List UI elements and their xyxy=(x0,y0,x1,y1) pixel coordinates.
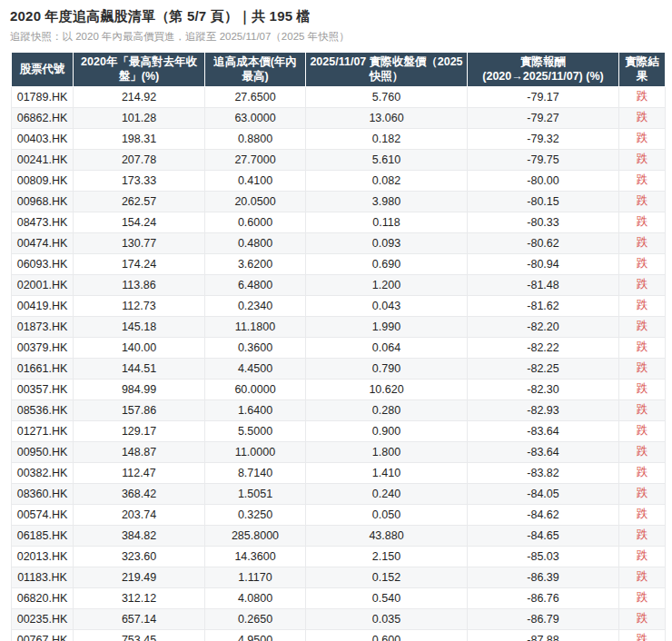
chase-cost-price-cell: 11.1800 xyxy=(205,316,306,337)
peak-vs-prev-close-pct-cell: 753.45 xyxy=(74,629,205,641)
actual-close-price-cell: 0.280 xyxy=(306,399,468,420)
chase-cost-price-cell: 20.0500 xyxy=(205,191,306,212)
table-row: 00403.HK198.310.88000.182-79.32跌 xyxy=(12,128,666,149)
actual-close-price-cell: 1.200 xyxy=(306,274,468,295)
page-subtitle: 追蹤快照：以 2020 年內最高價買進，追蹤至 2025/11/07（2025 … xyxy=(10,30,665,44)
actual-return-pct-cell: -80.15 xyxy=(468,191,619,212)
peak-vs-prev-close-pct-cell: 112.47 xyxy=(74,462,205,483)
actual-close-price-cell: 5.760 xyxy=(306,86,468,107)
stock-code-cell: 01271.HK xyxy=(12,420,74,441)
stock-code-cell: 00403.HK xyxy=(12,128,74,149)
header-cell-peak-vs-prev-close-pct: 2020年「最高對去年收盤」(%) xyxy=(74,53,205,87)
table-row: 01789.HK214.9227.65005.760-79.17跌 xyxy=(12,86,666,107)
header-cell-chase-cost-price: 追高成本價(年內最高) xyxy=(205,53,306,87)
chase-cost-price-cell: 1.1170 xyxy=(205,567,306,587)
chase-cost-price-cell: 4.4500 xyxy=(205,358,306,379)
actual-result-cell: 跌 xyxy=(619,191,666,212)
peak-vs-prev-close-pct-cell: 323.60 xyxy=(74,546,205,567)
actual-close-price-cell: 0.082 xyxy=(306,170,468,191)
actual-return-pct-cell: -80.94 xyxy=(468,253,619,274)
chase-cost-price-cell: 8.7140 xyxy=(205,462,306,483)
peak-vs-prev-close-pct-cell: 198.31 xyxy=(74,128,205,149)
actual-return-pct-cell: -81.48 xyxy=(468,274,619,295)
chase-cost-price-cell: 0.8800 xyxy=(205,128,306,149)
chase-cost-price-cell: 4.9500 xyxy=(205,629,306,641)
table-row: 01183.HK219.491.11700.152-86.39跌 xyxy=(12,567,666,587)
actual-return-pct-cell: -82.93 xyxy=(468,399,619,420)
actual-return-pct-cell: -82.20 xyxy=(468,316,619,337)
stock-code-cell: 06820.HK xyxy=(12,587,74,608)
actual-result-cell: 跌 xyxy=(619,232,666,253)
actual-close-price-cell: 0.043 xyxy=(306,295,468,316)
header-cell-actual-return-pct: 實際報酬 (2020→2025/11/07) (%) xyxy=(468,53,619,87)
stock-code-cell: 08536.HK xyxy=(12,399,74,420)
peak-vs-prev-close-pct-cell: 384.82 xyxy=(74,525,205,546)
table-row: 08536.HK157.861.64000.280-82.93跌 xyxy=(12,399,666,420)
header-cell-actual-close-price: 2025/11/07 實際收盤價（2025 快照） xyxy=(306,53,468,87)
header-row: 股票代號2020年「最高對去年收盤」(%)追高成本價(年內最高)2025/11/… xyxy=(12,53,666,87)
chase-cost-price-cell: 0.2650 xyxy=(205,608,306,629)
table-row: 00767.HK753.454.95000.600-87.88跌 xyxy=(12,629,666,641)
actual-close-price-cell: 0.182 xyxy=(306,128,468,149)
table-row: 06185.HK384.82285.800043.880-84.65跌 xyxy=(12,525,666,546)
actual-result-cell: 跌 xyxy=(619,107,666,128)
table-body: 01789.HK214.9227.65005.760-79.17跌06862.H… xyxy=(12,86,666,641)
peak-vs-prev-close-pct-cell: 144.51 xyxy=(74,358,205,379)
actual-return-pct-cell: -86.76 xyxy=(468,587,619,608)
chase-cost-price-cell: 4.0800 xyxy=(205,587,306,608)
header-cell-stock-code: 股票代號 xyxy=(12,53,74,87)
actual-return-pct-cell: -82.22 xyxy=(468,337,619,358)
actual-return-pct-cell: -81.62 xyxy=(468,295,619,316)
peak-vs-prev-close-pct-cell: 368.42 xyxy=(74,483,205,504)
actual-return-pct-cell: -84.05 xyxy=(468,483,619,504)
stock-code-cell: 08360.HK xyxy=(12,483,74,504)
chase-cost-price-cell: 0.2340 xyxy=(205,295,306,316)
actual-close-price-cell: 0.050 xyxy=(306,504,468,525)
table-row: 00809.HK173.330.41000.082-80.00跌 xyxy=(12,170,666,191)
actual-return-pct-cell: -79.75 xyxy=(468,149,619,170)
actual-result-cell: 跌 xyxy=(619,253,666,274)
peak-vs-prev-close-pct-cell: 157.86 xyxy=(74,399,205,420)
table-row: 08473.HK154.240.60000.118-80.33跌 xyxy=(12,212,666,232)
chase-cost-price-cell: 11.0000 xyxy=(205,441,306,462)
actual-return-pct-cell: -82.30 xyxy=(468,379,619,399)
actual-result-cell: 跌 xyxy=(619,629,666,641)
actual-close-price-cell: 0.690 xyxy=(306,253,468,274)
peak-vs-prev-close-pct-cell: 657.14 xyxy=(74,608,205,629)
actual-return-pct-cell: -83.82 xyxy=(468,462,619,483)
stock-code-cell: 00767.HK xyxy=(12,629,74,641)
actual-close-price-cell: 0.064 xyxy=(306,337,468,358)
actual-result-cell: 跌 xyxy=(619,399,666,420)
table-row: 01661.HK144.514.45000.790-82.25跌 xyxy=(12,358,666,379)
page-title: 2020 年度追高飆股清單（第 5/7 頁）｜共 195 檔 xyxy=(10,8,665,25)
actual-return-pct-cell: -83.64 xyxy=(468,441,619,462)
actual-result-cell: 跌 xyxy=(619,337,666,358)
table-header: 股票代號2020年「最高對去年收盤」(%)追高成本價(年內最高)2025/11/… xyxy=(12,53,666,87)
actual-result-cell: 跌 xyxy=(619,274,666,295)
actual-return-pct-cell: -80.00 xyxy=(468,170,619,191)
actual-result-cell: 跌 xyxy=(619,149,666,170)
stock-code-cell: 06185.HK xyxy=(12,525,74,546)
actual-close-price-cell: 5.610 xyxy=(306,149,468,170)
actual-close-price-cell: 1.800 xyxy=(306,441,468,462)
actual-result-cell: 跌 xyxy=(619,504,666,525)
peak-vs-prev-close-pct-cell: 203.74 xyxy=(74,504,205,525)
stock-code-cell: 00241.HK xyxy=(12,149,74,170)
actual-return-pct-cell: -82.25 xyxy=(468,358,619,379)
chase-cost-price-cell: 0.4800 xyxy=(205,232,306,253)
stock-code-cell: 00379.HK xyxy=(12,337,74,358)
actual-return-pct-cell: -79.32 xyxy=(468,128,619,149)
actual-close-price-cell: 0.093 xyxy=(306,232,468,253)
chase-cost-price-cell: 0.6000 xyxy=(205,212,306,232)
table-row: 00968.HK262.5720.05003.980-80.15跌 xyxy=(12,191,666,212)
actual-result-cell: 跌 xyxy=(619,462,666,483)
stock-code-cell: 02013.HK xyxy=(12,546,74,567)
actual-return-pct-cell: -84.62 xyxy=(468,504,619,525)
stock-code-cell: 02001.HK xyxy=(12,274,74,295)
actual-return-pct-cell: -79.17 xyxy=(468,86,619,107)
header-cell-actual-result: 實際結果 xyxy=(619,53,666,87)
actual-result-cell: 跌 xyxy=(619,587,666,608)
actual-result-cell: 跌 xyxy=(619,128,666,149)
actual-return-pct-cell: -79.27 xyxy=(468,107,619,128)
peak-vs-prev-close-pct-cell: 219.49 xyxy=(74,567,205,587)
